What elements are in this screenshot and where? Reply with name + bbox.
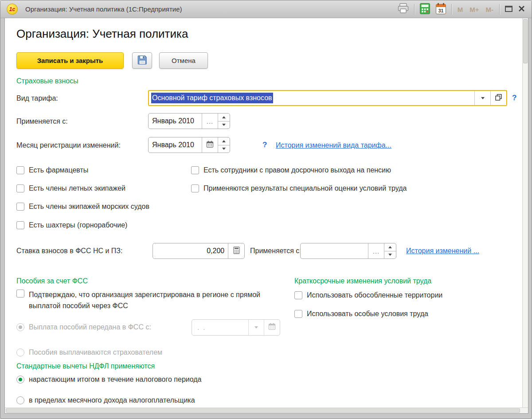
memory-recall-button[interactable]: M: [457, 6, 464, 13]
chevron-down-icon: [481, 97, 485, 99]
tariff-type-value[interactable]: Основной тариф страховых взносов: [149, 91, 474, 105]
calendar-button-titlebar[interactable]: 31: [435, 3, 446, 16]
fss-rate-label: Ставка взносов в ФСС НС и ПЗ:: [16, 247, 122, 255]
radio-label: в пределах месячного дохода налогоплател…: [29, 396, 195, 404]
checkbox-label: Использовать особые условия труда: [307, 309, 428, 318]
checkbox-label: Есть члены экипажей морских судов: [29, 202, 149, 211]
fss-applied-spinner: [384, 243, 396, 258]
checkbox-early-retirement[interactable]: Есть сотрудники с правом досрочного выхо…: [191, 166, 391, 175]
checkbox-label: Есть сотрудники с правом досрочного выхо…: [203, 166, 391, 175]
save-and-close-button[interactable]: Записать и закрыть: [16, 52, 124, 69]
applied-from-input[interactable]: Январь 2010: [149, 114, 202, 129]
help-icon-reg-month[interactable]: ?: [262, 141, 267, 149]
checkbox-sea-crews[interactable]: Есть члены экипажей морских судов: [16, 203, 149, 211]
titlebar-separator: [451, 4, 452, 15]
calendar-small-icon: [268, 323, 276, 332]
calendar-icon: 31: [435, 3, 446, 16]
print-button[interactable]: [397, 3, 409, 16]
checkbox-miners[interactable]: Есть шахтеры (горнорабочие): [16, 221, 127, 230]
page-title: Организация: Учетная политика: [16, 27, 188, 41]
radio-benefits-by-insurer: Пособия выплачиваются страхователем: [16, 349, 162, 356]
vertical-scrollbar-thumb[interactable]: [523, 19, 528, 63]
window-title: Организация: Учетная политика (1С:Предпр…: [25, 5, 182, 13]
tariff-dropdown-button[interactable]: [474, 91, 490, 105]
cancel-button[interactable]: Отмена: [159, 52, 208, 69]
reg-month-calendar-button[interactable]: [202, 137, 218, 153]
checkbox-label: Подтверждаю, что организация зарегистрир…: [29, 289, 280, 311]
titlebar-separator: [499, 4, 500, 15]
checkbox-box: [191, 166, 199, 174]
memory-plus-button[interactable]: M+: [469, 6, 480, 13]
checkbox-flight-crews[interactable]: Есть члены летных экипажей: [16, 184, 125, 193]
checkbox-pharmacists[interactable]: Есть фармацевты: [16, 166, 88, 175]
applied-from-label: Применяется с:: [16, 117, 68, 125]
titlebar-actions: 31 M M+ M-: [397, 0, 525, 18]
checkbox-box: [294, 291, 302, 299]
titlebar-separator: [414, 4, 415, 15]
applied-from-spinner: [218, 114, 230, 129]
checkbox-box: [16, 221, 24, 229]
checkbox-box: [191, 184, 199, 192]
checkbox-label: Применяются результаты специальной оценк…: [203, 184, 407, 193]
calculator-button[interactable]: [419, 3, 430, 16]
radio-label: нарастающим итогом в течение налогового …: [29, 376, 202, 384]
app-window: 1с Организация: Учетная политика (1С:Пре…: [0, 0, 532, 419]
tariff-history-link[interactable]: История изменений вида тарифа...: [276, 141, 391, 149]
spin-down-button[interactable]: [384, 251, 396, 259]
maximize-button[interactable]: [505, 5, 513, 14]
applied-from-field: Январь 2010 ...: [148, 113, 230, 129]
radio-circle: [16, 396, 24, 404]
help-icon-tariff[interactable]: ?: [512, 94, 516, 102]
spin-down-icon: [388, 254, 392, 256]
horizontal-scrollbar-thumb[interactable]: [6, 408, 520, 413]
radio-benefits-transferred: Выплата пособий передана в ФСС с:: [16, 323, 151, 331]
spin-up-icon: [388, 246, 392, 248]
spin-up-icon: [222, 140, 226, 142]
close-button[interactable]: [518, 5, 525, 14]
close-icon: [518, 5, 525, 14]
radio-ndfl-cumulative[interactable]: нарастающим итогом в течение налогового …: [16, 376, 202, 384]
tariff-type-field[interactable]: Основной тариф страховых взносов: [148, 90, 507, 106]
save-button[interactable]: [132, 52, 152, 69]
checkbox-separate-territories[interactable]: Использовать обособленные территории: [294, 291, 442, 300]
radio-ndfl-monthly[interactable]: в пределах месячного дохода налогоплател…: [16, 396, 195, 404]
fss-rate-input[interactable]: 0,200: [153, 243, 228, 258]
fss-applied-input[interactable]: [301, 243, 368, 258]
fss-history-link[interactable]: История изменений ...: [406, 247, 479, 255]
memory-minus-button[interactable]: M-: [485, 6, 495, 13]
spin-up-button[interactable]: [218, 137, 230, 145]
reg-month-label: Месяц регистрации изменений:: [16, 141, 121, 149]
applied-from-ellipsis-button[interactable]: ...: [202, 114, 218, 129]
fss-applied-ellipsis-button[interactable]: ...: [368, 243, 384, 258]
spin-up-icon: [222, 116, 226, 118]
spin-down-button[interactable]: [218, 145, 230, 153]
checkbox-label: Использовать обособленные территории: [307, 291, 442, 300]
radio-circle: [16, 323, 24, 331]
reg-month-field: Январь 2010: [148, 137, 230, 153]
spin-up-button[interactable]: [384, 243, 396, 251]
horizontal-scrollbar[interactable]: [5, 407, 528, 413]
spin-down-icon: [222, 148, 226, 150]
calculator-icon: [419, 3, 430, 16]
fss-rate-calculator-button[interactable]: [228, 243, 244, 258]
svg-text:31: 31: [438, 8, 443, 13]
checkbox-box: [16, 203, 24, 211]
vertical-scrollbar[interactable]: [522, 18, 528, 407]
chevron-down-icon: [254, 326, 258, 329]
reg-month-input[interactable]: Январь 2010: [149, 137, 202, 153]
tariff-open-button[interactable]: [490, 91, 506, 105]
spin-up-button[interactable]: [218, 114, 230, 121]
printer-icon: [397, 3, 409, 16]
checkbox-direct-payment-region[interactable]: Подтверждаю, что организация зарегистрир…: [16, 290, 280, 311]
checkbox-special-work-conditions[interactable]: Использовать особые условия труда: [294, 310, 428, 318]
checkbox-box: [16, 184, 24, 192]
section-heading-benefits: Пособия за счет ФСС: [16, 277, 88, 285]
fss-applied-label: Применяется с:: [250, 247, 301, 255]
benefits-date-input: . .: [192, 320, 248, 335]
fss-applied-field: ...: [300, 243, 396, 259]
checkbox-label: Есть члены летных экипажей: [29, 184, 125, 193]
spin-down-button[interactable]: [218, 121, 230, 129]
checkbox-special-assessment[interactable]: Применяются результаты специальной оценк…: [191, 184, 407, 193]
checkbox-label: Есть фармацевты: [29, 166, 88, 175]
form-content: Организация: Учетная политика Записать и…: [4, 18, 528, 414]
